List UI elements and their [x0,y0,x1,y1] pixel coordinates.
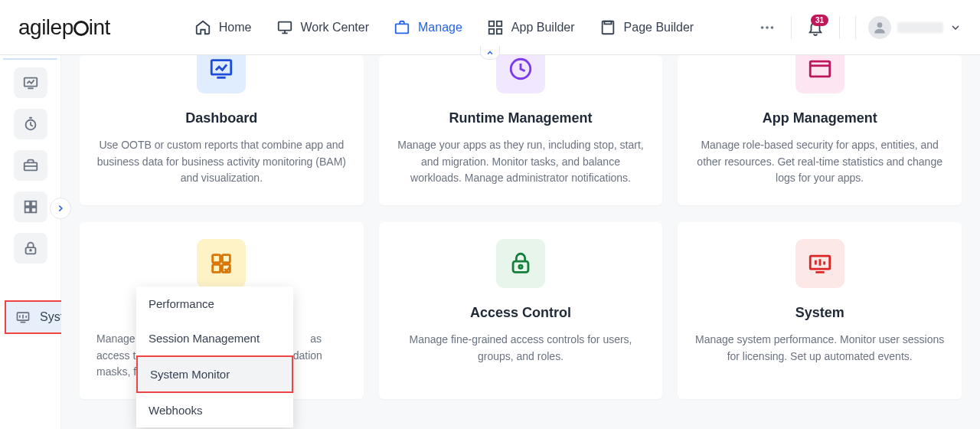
svg-point-10 [771,26,774,29]
page-icon [599,19,616,36]
svg-rect-1 [396,24,409,33]
svg-rect-26 [223,255,230,263]
card-title: Runtime Management [396,110,646,126]
card-access-control[interactable]: Access Control Manage fine-grained acces… [379,222,663,399]
system-settings-icon [795,239,844,288]
svg-point-8 [761,26,764,29]
svg-rect-15 [24,201,29,206]
divider [791,16,792,39]
card-desc: Manage role-based security for apps, ent… [694,137,945,187]
card-desc: Manage fine-grained access controls for … [396,332,646,365]
card-title: App Management [694,110,945,126]
system-sliders-icon [15,309,31,325]
card-desc: Manage your apps as they run, including … [396,137,646,187]
content-area: Dashboard Use OOTB or custom reports tha… [61,55,980,429]
nav-work-center[interactable]: Work Center [276,19,370,36]
sidebar-runtime-icon[interactable] [14,109,47,139]
card-grid-row1: Dashboard Use OOTB or custom reports tha… [80,55,962,205]
more-icon[interactable] [759,19,776,36]
header-right: 31 [759,16,962,39]
card-title: Dashboard [96,110,347,126]
svg-rect-17 [24,208,29,212]
svg-point-11 [877,22,883,28]
svg-rect-5 [497,28,501,33]
svg-point-9 [766,26,769,29]
user-name-redacted [897,22,943,33]
logo-text-pre: agilep [18,15,74,39]
card-desc: Manage system performance. Monitor user … [694,332,945,365]
chevron-down-icon [949,21,962,34]
logo[interactable]: agilepint [18,15,110,40]
svg-rect-25 [213,255,220,263]
nav-list: Home Work Center Manage App Builder Page… [194,19,694,36]
logo-text-post: int [89,15,110,39]
popup-item-system-monitor[interactable]: System Monitor [136,355,293,393]
nav-label: Work Center [301,21,370,34]
nav-label: Page Builder [624,21,694,34]
svg-rect-22 [212,61,232,74]
card-title: Access Control [396,305,646,321]
svg-rect-29 [513,261,528,272]
card-runtime-management[interactable]: Runtime Management Manage your apps as t… [379,55,663,205]
sidebar-lock-icon[interactable] [14,233,47,264]
nav-page-builder[interactable]: Page Builder [599,19,694,36]
svg-rect-18 [31,208,35,212]
sidebar-expand-button[interactable] [50,198,71,219]
nav-label: Home [219,21,252,34]
grid-icon [487,19,504,36]
svg-point-30 [519,265,522,268]
nav-app-builder[interactable]: App Builder [487,19,575,36]
avatar-icon [868,16,891,39]
system-submenu-popup: Performance Session Management System Mo… [136,287,293,427]
card-system[interactable]: System Manage system performance. Monito… [678,222,962,399]
home-icon [194,19,211,36]
sidebar-dashboard-icon[interactable] [14,67,47,98]
user-menu[interactable] [855,16,962,39]
nav-label: Manage [418,21,462,34]
popup-item-performance[interactable]: Performance [136,287,293,321]
card-app-management[interactable]: App Management Manage role-based securit… [678,55,962,205]
sidebar-toolbox-icon[interactable] [14,150,47,181]
notifications-button[interactable]: 31 [807,19,824,36]
briefcase-icon [394,19,410,36]
dashboard-chart-icon [197,55,246,93]
divider [839,16,840,39]
logo-dot-icon [74,21,89,36]
card-title: System [694,305,945,321]
card-desc: Use OOTB or custom reports that combine … [96,137,347,187]
svg-rect-2 [489,21,494,25]
popup-item-webhooks[interactable]: Webhooks [136,393,293,427]
notification-badge: 31 [811,15,828,26]
nav-manage[interactable]: Manage [394,19,462,36]
svg-rect-0 [278,21,291,30]
svg-rect-24 [810,61,830,77]
collapse-header-button[interactable] [480,46,500,60]
popup-item-session-management[interactable]: Session Management [136,321,293,355]
svg-rect-7 [604,21,611,24]
svg-rect-16 [31,201,35,206]
card-dashboard[interactable]: Dashboard Use OOTB or custom reports tha… [80,55,364,205]
nav-home[interactable]: Home [194,19,252,36]
svg-rect-27 [213,264,220,272]
svg-point-20 [30,250,31,251]
sidebar-apps-icon[interactable] [14,192,47,222]
main-area: System Dashboard Use OOTB or custom repo… [0,55,980,429]
svg-rect-4 [489,28,494,33]
sidebar: System [0,55,61,429]
runtime-clock-icon [496,55,545,93]
monitor-icon [276,19,293,36]
nav-label: App Builder [511,21,575,34]
sidebar-accent [3,58,57,60]
integrations-grid-icon [197,239,246,288]
svg-rect-3 [497,21,501,25]
app-window-icon [795,55,844,93]
lock-shield-icon [496,239,545,288]
